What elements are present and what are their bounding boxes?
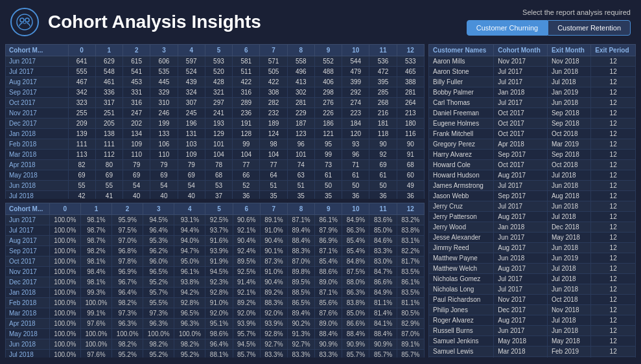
exit-period-cell: 12 bbox=[591, 67, 636, 77]
table-row: Jul 2017100.0%98.7%97.5%96.4%94.4%93.7%9… bbox=[6, 225, 425, 236]
exit-month-cell: Jun 2018 bbox=[547, 181, 590, 191]
cohort-count-container[interactable]: Cohort M...0123456789101112 Jun 20176416… bbox=[5, 44, 425, 199]
cohort-pct-col-header: 9 bbox=[315, 203, 342, 215]
cohort-pct-cell: 93.9% bbox=[260, 319, 287, 329]
cohort-pct-cell: 90.9% bbox=[315, 339, 342, 350]
cohort-count-cell: 232 bbox=[260, 108, 287, 119]
btn-retention[interactable]: Customer Retention bbox=[548, 20, 631, 36]
list-item: Samuel JenkinsMay 2018May 201812 bbox=[429, 336, 636, 347]
exit-period-cell: 12 bbox=[591, 212, 636, 222]
exit-period-cell: 12 bbox=[591, 139, 636, 150]
cohort-count-cell: 324 bbox=[178, 87, 205, 98]
cohort-pct-cell: 92.0% bbox=[205, 308, 233, 319]
cohort-pct-cell: 96.4% bbox=[205, 339, 233, 350]
cohort-count-cell: 308 bbox=[260, 87, 287, 98]
cohort-pct-cell: 100.0% bbox=[49, 236, 80, 246]
cohort-month-cell: Oct 2017 bbox=[494, 160, 548, 170]
table-row: Nov 2017100.0%98.4%96.9%96.5%96.1%94.5%9… bbox=[6, 267, 425, 277]
cohort-month-cell: Jan 2018 bbox=[494, 222, 548, 233]
customer-name-cell: Samuel Lewis bbox=[429, 347, 494, 357]
cohort-month-cell: Mar 2018 bbox=[6, 150, 69, 160]
customer-name-cell: Billy Fuller bbox=[429, 77, 494, 87]
list-item: Jesse AlexanderJun 2017May 201812 bbox=[429, 233, 636, 243]
cohort-count-cell: 189 bbox=[260, 119, 287, 129]
customer-name-cell: Aaron Stone bbox=[429, 67, 494, 77]
cohort-pct-cell: 93.8% bbox=[174, 277, 205, 288]
cohort-count-cell: 236 bbox=[233, 108, 260, 119]
customer-name-cell: Philip Jones bbox=[429, 305, 494, 315]
customer-name-cell: James Armstrong bbox=[429, 181, 494, 191]
cohort-count-cell: 255 bbox=[68, 108, 95, 119]
cohort-count-cell: 64 bbox=[260, 170, 287, 181]
list-item: Samuel LewisMar 2018Feb 201912 bbox=[429, 347, 636, 357]
cohort-count-cell: 641 bbox=[68, 56, 95, 67]
cohort-count-col-header: 12 bbox=[397, 45, 424, 56]
cohort-pct-cell: 92.8% bbox=[205, 288, 233, 298]
exit-period-cell: 12 bbox=[591, 253, 636, 264]
cohort-count-cell: 274 bbox=[342, 98, 369, 108]
cohort-pct-cell: 87.1% bbox=[315, 288, 342, 298]
list-item: Frank MitchellOct 2017Oct 201812 bbox=[429, 129, 636, 139]
customer-name-cell: Aaron Mills bbox=[429, 56, 494, 67]
cohort-count-cell: 71 bbox=[342, 160, 369, 170]
cohort-pct-cell: 83.6% bbox=[369, 215, 397, 225]
cohort-month-cell: Jun 2017 bbox=[494, 233, 548, 243]
cohort-month-cell: Jul 2017 bbox=[494, 201, 548, 212]
exit-month-cell: Jul 2018 bbox=[547, 274, 590, 284]
customer-name-cell: Matthew Welch bbox=[429, 264, 494, 274]
exit-month-cell: Nov 2018 bbox=[547, 56, 590, 67]
cohort-count-cell: 488 bbox=[314, 67, 342, 77]
cohort-pct-cell: 93.7% bbox=[205, 225, 233, 236]
cohort-pct-cell: 91.6% bbox=[205, 236, 233, 246]
page-title: Cohort Analysis Insights bbox=[48, 12, 261, 32]
cohort-count-cell: 92 bbox=[369, 150, 397, 160]
exit-period-cell: 12 bbox=[591, 357, 636, 358]
cohort-count-cell: 264 bbox=[397, 98, 424, 108]
table-row: Jul 201842414040403736353535363636 bbox=[6, 191, 425, 199]
list-item: Roger AlvarezAug 2017Jul 201812 bbox=[429, 315, 636, 326]
cohort-pct-cell: 89.8% bbox=[287, 267, 314, 277]
list-item: Billy FullerJul 2017Jul 201812 bbox=[429, 77, 636, 87]
cohort-count-cell: 73 bbox=[314, 160, 342, 170]
cohort-pct-cell: 86.1% bbox=[397, 277, 424, 288]
table-row: Feb 201811111110910610310199989695939090 bbox=[6, 139, 425, 150]
cohort-count-col-header: 7 bbox=[260, 45, 287, 56]
right-table-container[interactable]: Customer NamesCohort MonthExit MonthExit… bbox=[428, 44, 636, 358]
exit-period-cell: 12 bbox=[591, 98, 636, 108]
cohort-count-cell: 54 bbox=[178, 181, 205, 191]
cohort-pct-cell: 90.9% bbox=[342, 339, 369, 350]
list-item: Aaron MillsNov 2017Nov 201812 bbox=[429, 56, 636, 67]
cohort-count-cell: 317 bbox=[95, 98, 122, 108]
cohort-count-cell: 61 bbox=[369, 170, 397, 181]
exit-month-cell: Jul 2018 bbox=[547, 77, 590, 87]
cohort-count-cell: 52 bbox=[233, 181, 260, 191]
cohort-count-cell: 229 bbox=[287, 108, 314, 119]
btn-churning[interactable]: Customer Churning bbox=[467, 20, 548, 36]
cohort-pct-cell: 100.0% bbox=[49, 288, 80, 298]
cohort-pct-cell: 95.3% bbox=[143, 236, 174, 246]
customer-name-cell: Scott Campbell bbox=[429, 357, 494, 358]
cohort-count-cell: 104 bbox=[260, 150, 287, 160]
cohort-count-cell: 251 bbox=[95, 108, 122, 119]
cohort-pct-cell: 83.8% bbox=[397, 225, 424, 236]
customer-name-cell: Nicholas Gomez bbox=[429, 274, 494, 284]
cohort-count-cell: 571 bbox=[260, 56, 287, 67]
customer-name-cell: Bobby Palmer bbox=[429, 87, 494, 98]
cohort-month-cell: Aug 2017 bbox=[494, 170, 548, 181]
cohort-month-cell: Dec 2017 bbox=[6, 119, 69, 129]
cohort-count-cell: 133 bbox=[150, 129, 178, 139]
cohort-pct-cell: 83.8% bbox=[342, 298, 369, 308]
cohort-pct-container[interactable]: Cohort M...0123456789101112 Jun 2017100.… bbox=[5, 203, 425, 358]
cohort-month-cell: Aug 2017 bbox=[494, 264, 548, 274]
cohort-pct-cell: 86.5% bbox=[287, 298, 314, 308]
list-item: Jerry WoodJan 2018Dec 201812 bbox=[429, 222, 636, 233]
cohort-count-cell: 138 bbox=[95, 129, 122, 139]
cohort-pct-cell: 98.1% bbox=[80, 277, 111, 288]
cohort-count-cell: 406 bbox=[314, 77, 342, 87]
cohort-month-cell: Jul 2017 bbox=[494, 77, 548, 87]
cohort-count-cell: 310 bbox=[150, 98, 178, 108]
cohort-pct-cell: 92.7% bbox=[287, 339, 314, 350]
cohort-pct-cell: 88.1% bbox=[205, 350, 233, 358]
header: Cohort Analysis Insights Select the repo… bbox=[0, 0, 641, 44]
table-row: Oct 201732331731631030729728928228127627… bbox=[6, 98, 425, 108]
